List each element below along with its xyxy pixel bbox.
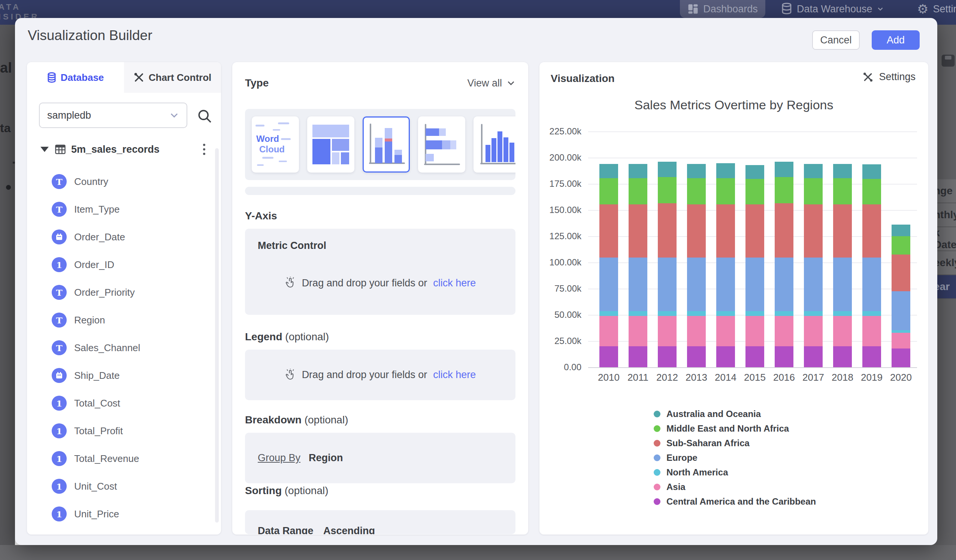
group-by-label[interactable]: Group By <box>258 452 300 464</box>
bar-segment[interactable] <box>599 204 618 258</box>
bar-2017[interactable]: 2017 <box>804 164 822 367</box>
bar-2018[interactable]: 2018 <box>833 164 852 367</box>
bar-segment[interactable] <box>804 316 822 346</box>
chart-type-word-cloud[interactable]: Word Cloud <box>252 116 299 173</box>
bar-segment[interactable] <box>716 204 735 258</box>
bar-2010[interactable]: 2010 <box>599 164 618 367</box>
bar-segment[interactable] <box>687 257 706 311</box>
tab-chart-control[interactable]: Chart Control <box>124 62 221 93</box>
bar-segment[interactable] <box>892 330 910 333</box>
bar-segment[interactable] <box>862 164 881 179</box>
datasource-select[interactable]: sampledb <box>39 103 187 128</box>
bar-segment[interactable] <box>745 346 764 367</box>
field-row-unit_price[interactable]: 1Unit_Price <box>27 500 221 528</box>
bar-segment[interactable] <box>745 204 764 258</box>
bar-2016[interactable]: 2016 <box>775 162 793 367</box>
bar-segment[interactable] <box>658 257 676 311</box>
bar-segment[interactable] <box>716 316 735 346</box>
bar-segment[interactable] <box>599 164 618 178</box>
bar-segment[interactable] <box>599 257 618 311</box>
chart-type-stacked-column[interactable] <box>363 116 410 173</box>
bar-segment[interactable] <box>892 291 910 330</box>
bar-segment[interactable] <box>745 179 764 204</box>
tab-database[interactable]: Database <box>27 62 124 93</box>
bar-segment[interactable] <box>775 346 793 367</box>
bar-segment[interactable] <box>745 311 764 316</box>
nav-item-dashboards[interactable]: Dashboards <box>680 0 765 18</box>
bar-segment[interactable] <box>599 178 618 204</box>
metric-control-dropzone[interactable]: Metric Control Drag and drop your fields… <box>245 229 516 315</box>
bar-segment[interactable] <box>892 236 910 254</box>
bar-segment[interactable] <box>687 164 706 178</box>
field-row-order_date[interactable]: Order_Date <box>27 223 221 251</box>
bar-segment[interactable] <box>629 257 647 311</box>
bar-segment[interactable] <box>687 178 706 204</box>
field-row-total_profit[interactable]: 1Total_Profit <box>27 417 221 445</box>
bar-segment[interactable] <box>745 257 764 311</box>
bar-segment[interactable] <box>804 311 822 316</box>
bar-segment[interactable] <box>833 164 852 178</box>
sorting-label[interactable]: Data Range <box>258 525 314 534</box>
field-row-region[interactable]: TRegion <box>27 306 221 334</box>
bar-segment[interactable] <box>599 316 618 346</box>
breakdown-groupby-row[interactable]: Group By Region <box>245 433 516 483</box>
bar-segment[interactable] <box>862 257 881 311</box>
bar-segment[interactable] <box>658 177 676 203</box>
field-row-ship_date[interactable]: Ship_Date <box>27 362 221 389</box>
bar-segment[interactable] <box>833 311 852 316</box>
bar-segment[interactable] <box>687 204 706 258</box>
field-row-total_revenue[interactable]: 1Total_Revenue <box>27 445 221 472</box>
field-row-country[interactable]: TCountry <box>27 168 221 195</box>
bar-segment[interactable] <box>892 348 910 367</box>
caret-down-icon[interactable] <box>41 147 49 152</box>
bar-segment[interactable] <box>804 346 822 367</box>
nav-item-data-warehouse[interactable]: Data Warehouse <box>781 0 884 18</box>
chart-settings-button[interactable]: Settings <box>862 71 915 83</box>
bar-segment[interactable] <box>833 204 852 258</box>
bar-segment[interactable] <box>775 203 793 258</box>
legend-item[interactable]: Asia <box>654 480 816 494</box>
bar-segment[interactable] <box>716 163 735 178</box>
legend-item[interactable]: Europe <box>654 450 816 465</box>
bar-segment[interactable] <box>658 316 676 346</box>
bar-segment[interactable] <box>862 204 881 258</box>
bar-2012[interactable]: 2012 <box>658 162 676 367</box>
bar-segment[interactable] <box>687 311 706 316</box>
bar-segment[interactable] <box>716 346 735 367</box>
bar-segment[interactable] <box>804 204 822 258</box>
field-row-unit_cost[interactable]: 1Unit_Cost <box>27 472 221 500</box>
bar-segment[interactable] <box>892 224 910 236</box>
bar-segment[interactable] <box>716 257 735 311</box>
bar-segment[interactable] <box>599 346 618 367</box>
table-menu-kebab-icon[interactable] <box>199 142 209 157</box>
bar-2019[interactable]: 2019 <box>862 164 881 367</box>
bar-segment[interactable] <box>862 316 881 346</box>
bar-2020[interactable]: 2020 <box>892 224 910 367</box>
bar-segment[interactable] <box>892 333 910 348</box>
bar-segment[interactable] <box>687 316 706 346</box>
field-row-sales_channel[interactable]: TSales_Channel <box>27 334 221 362</box>
bar-segment[interactable] <box>892 254 910 291</box>
bar-segment[interactable] <box>716 311 735 316</box>
table-tree-header[interactable]: 5m_sales_records <box>41 142 209 157</box>
bar-segment[interactable] <box>629 178 647 204</box>
bar-segment[interactable] <box>658 346 676 367</box>
bar-segment[interactable] <box>833 257 852 311</box>
bar-segment[interactable] <box>804 164 822 178</box>
bar-segment[interactable] <box>775 316 793 346</box>
view-all-dropdown[interactable]: View all <box>467 77 516 89</box>
legend-item[interactable]: North America <box>654 465 816 480</box>
bar-segment[interactable] <box>775 257 793 311</box>
click-here-link[interactable]: click here <box>433 278 476 289</box>
bar-segment[interactable] <box>745 316 764 346</box>
bar-segment[interactable] <box>745 165 764 179</box>
bar-segment[interactable] <box>629 346 647 367</box>
chart-type-treemap[interactable] <box>307 116 354 173</box>
bar-segment[interactable] <box>658 311 676 316</box>
bar-segment[interactable] <box>804 178 822 204</box>
bar-segment[interactable] <box>629 311 647 316</box>
bar-segment[interactable] <box>658 203 676 258</box>
field-row-item_type[interactable]: TItem_Type <box>27 195 221 223</box>
chart-type-column[interactable] <box>473 116 516 173</box>
bar-segment[interactable] <box>599 311 618 316</box>
